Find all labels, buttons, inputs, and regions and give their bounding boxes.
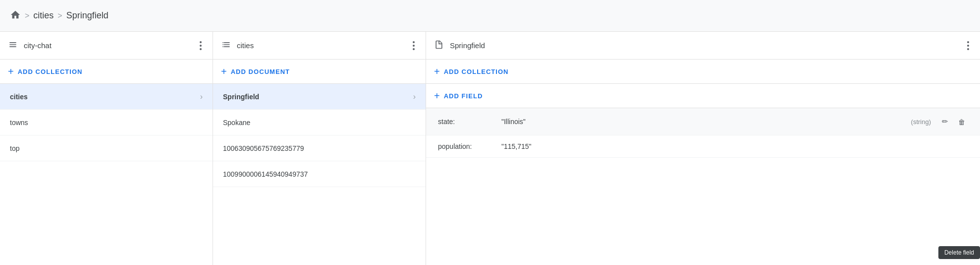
list-item-spokane-label: Spokane <box>223 119 416 127</box>
add-collection-button-right[interactable]: + ADD COLLECTION <box>426 60 980 84</box>
list-item-id1-label: 100630905675769235779 <box>223 144 416 152</box>
list-item-spokane[interactable]: Spokane <box>213 110 426 135</box>
collection-icon <box>221 40 231 51</box>
chevron-icon-cities: › <box>200 92 203 101</box>
add-document-label: ADD DOCUMENT <box>231 68 290 75</box>
add-collection-button-left[interactable]: + ADD COLLECTION <box>0 60 213 84</box>
breadcrumb-springfield[interactable]: Springfield <box>66 10 109 21</box>
field-value-population: "115,715" <box>501 142 968 150</box>
right-panel-header: Springfield <box>426 32 980 60</box>
list-item-top[interactable]: top <box>0 135 213 161</box>
list-item-towns-label: towns <box>10 119 203 127</box>
left-panel-header: city-chat <box>0 32 213 60</box>
field-value-state: "Illinois" <box>501 118 907 126</box>
add-document-button[interactable]: + ADD DOCUMENT <box>213 60 426 84</box>
middle-panel-title: cities <box>237 41 404 50</box>
list-item-id1[interactable]: 100630905675769235779 <box>213 135 426 161</box>
plus-icon-right-field: + <box>434 91 440 101</box>
edit-field-state-button[interactable] <box>939 115 951 128</box>
delete-field-state-button[interactable] <box>955 116 968 128</box>
breadcrumb-sep-2: > <box>57 11 62 20</box>
middle-panel: cities + ADD DOCUMENT Springfield › Spok… <box>213 32 426 265</box>
list-item-id2[interactable]: 100990000614594094973​7 <box>213 161 426 187</box>
list-item-cities-label: cities <box>10 93 200 101</box>
plus-icon-middle: + <box>221 66 227 76</box>
database-icon <box>8 40 18 51</box>
add-field-label: ADD FIELD <box>444 92 483 100</box>
list-item-id2-label: 100990000614594094973​7 <box>223 170 416 178</box>
fields-area: state: "Illinois" (string) population: "… <box>426 108 980 158</box>
document-icon <box>434 40 444 51</box>
field-type-state: (string) <box>911 118 931 126</box>
field-row-population: population: "115,715" <box>426 135 980 158</box>
field-key-population: population: <box>438 142 497 150</box>
right-panel-menu[interactable] <box>964 39 972 52</box>
breadcrumb-cities[interactable]: cities <box>33 10 54 21</box>
chevron-icon-springfield: › <box>413 92 416 101</box>
columns-container: city-chat + ADD COLLECTION cities › town… <box>0 32 980 265</box>
left-panel-menu[interactable] <box>197 39 205 52</box>
breadcrumb-bar: > cities > Springfield <box>0 0 980 32</box>
list-item-cities[interactable]: cities › <box>0 84 213 110</box>
plus-icon-right-collection: + <box>434 66 440 76</box>
left-panel: city-chat + ADD COLLECTION cities › town… <box>0 32 213 265</box>
plus-icon-left: + <box>8 66 14 76</box>
field-key-state: state: <box>438 118 497 126</box>
field-row-state: state: "Illinois" (string) <box>426 108 980 135</box>
left-panel-title: city-chat <box>24 41 191 50</box>
delete-field-tooltip: Delete field <box>938 246 980 259</box>
middle-panel-menu[interactable] <box>410 39 418 52</box>
breadcrumb-sep-1: > <box>25 11 29 20</box>
list-item-springfield-label: Springfield <box>223 93 413 101</box>
right-panel: Springfield + ADD COLLECTION + ADD FIELD… <box>426 32 980 265</box>
add-collection-label-right: ADD COLLECTION <box>444 68 509 75</box>
list-item-top-label: top <box>10 144 203 152</box>
add-collection-label-left: ADD COLLECTION <box>18 68 83 75</box>
middle-panel-header: cities <box>213 32 426 60</box>
list-item-springfield[interactable]: Springfield › <box>213 84 426 110</box>
home-icon[interactable] <box>10 9 21 22</box>
add-field-button[interactable]: + ADD FIELD <box>426 84 980 108</box>
list-item-towns[interactable]: towns <box>0 110 213 135</box>
right-panel-title: Springfield <box>450 41 958 50</box>
